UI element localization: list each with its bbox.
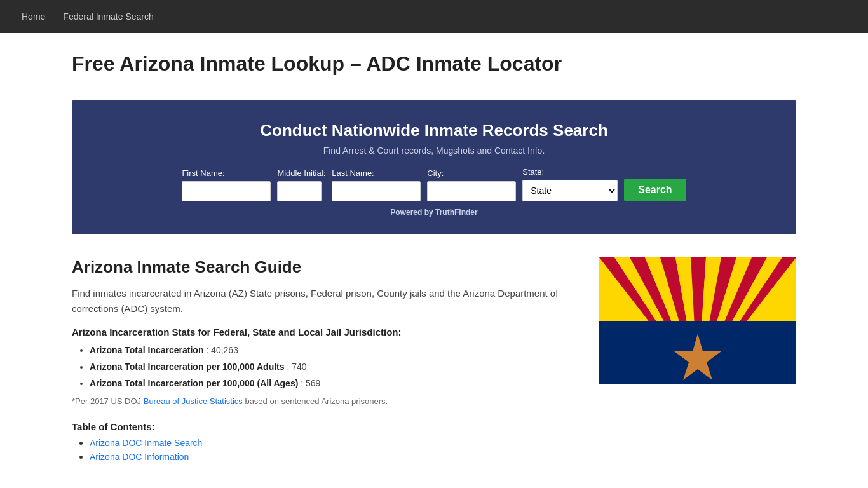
stats-title: Arizona Incarceration Stats for Federal,… xyxy=(72,327,580,337)
state-group: State: State Alabama Alaska Arizona Arka… xyxy=(522,167,618,201)
stat-item-2: Arizona Total Incarceration per 100,000 … xyxy=(90,360,580,374)
stat-value-2: : 740 xyxy=(287,362,306,372)
nav-federal-search[interactable]: Federal Inmate Search xyxy=(54,1,162,32)
flag-container xyxy=(599,257,796,384)
section-title: Arizona Inmate Search Guide xyxy=(72,257,580,277)
middle-initial-label: Middle Initial: xyxy=(277,168,325,178)
stat-label-1: Arizona Total Incarceration xyxy=(90,345,203,355)
banner-heading: Conduct Nationwide Inmate Records Search xyxy=(85,121,783,140)
state-select[interactable]: State Alabama Alaska Arizona Arkansas Ca… xyxy=(522,180,618,201)
navbar: Home Federal Inmate Search xyxy=(0,0,868,33)
arizona-flag xyxy=(599,257,796,384)
city-label: City: xyxy=(427,168,444,178)
source-note-suffix: based on sentenced Arizona prisoners. xyxy=(243,396,388,406)
city-input[interactable] xyxy=(427,181,516,201)
page-title: Free Arizona Inmate Lookup – ADC Inmate … xyxy=(72,52,796,85)
nav-home[interactable]: Home xyxy=(13,1,54,32)
toc-list: Arizona DOC Inmate Search Arizona DOC In… xyxy=(72,437,580,463)
toc-link-2[interactable]: Arizona DOC Information xyxy=(90,452,189,462)
state-label: State: xyxy=(522,167,544,177)
toc-link-1[interactable]: Arizona DOC Inmate Search xyxy=(90,438,202,448)
search-banner: Conduct Nationwide Inmate Records Search… xyxy=(72,100,796,234)
middle-initial-group: Middle Initial: xyxy=(277,168,325,201)
stat-item-3: Arizona Total Incarceration per 100,000 … xyxy=(90,377,580,390)
source-link[interactable]: Bureau of Justice Statistics xyxy=(144,396,243,406)
toc-item-2: Arizona DOC Information xyxy=(90,451,580,463)
stat-label-2: Arizona Total Incarceration per 100,000 … xyxy=(90,362,285,372)
search-button[interactable]: Search xyxy=(624,179,686,201)
main-content: Free Arizona Inmate Lookup – ADC Inmate … xyxy=(59,33,809,488)
city-group: City: xyxy=(427,168,516,201)
content-section: Arizona Inmate Search Guide Find inmates… xyxy=(72,257,796,465)
middle-initial-input[interactable] xyxy=(277,181,322,201)
stat-value-3: : 569 xyxy=(301,378,320,388)
last-name-label: Last Name: xyxy=(332,168,374,178)
search-form: First Name: Middle Initial: Last Name: C… xyxy=(85,167,783,201)
source-note: *Per 2017 US DOJ Bureau of Justice Stati… xyxy=(72,396,580,406)
source-note-prefix: *Per 2017 US DOJ xyxy=(72,396,144,406)
intro-text: Find inmates incarcerated in Arizona (AZ… xyxy=(72,286,580,316)
toc-title: Table of Contents: xyxy=(72,421,580,432)
stat-value-1: : 40,263 xyxy=(206,345,238,355)
stats-list: Arizona Total Incarceration : 40,263 Ari… xyxy=(72,344,580,390)
powered-by-row: Powered by TruthFinder xyxy=(85,201,783,217)
last-name-group: Last Name: xyxy=(332,168,421,201)
toc-item-1: Arizona DOC Inmate Search xyxy=(90,437,580,449)
first-name-label: First Name: xyxy=(182,168,224,178)
stat-label-3: Arizona Total Incarceration per 100,000 … xyxy=(90,378,298,388)
first-name-input[interactable] xyxy=(182,181,271,201)
first-name-group: First Name: xyxy=(182,168,271,201)
content-text: Arizona Inmate Search Guide Find inmates… xyxy=(72,257,580,465)
banner-subheading: Find Arrest & Court records, Mugshots an… xyxy=(85,146,783,156)
stat-item-1: Arizona Total Incarceration : 40,263 xyxy=(90,344,580,357)
last-name-input[interactable] xyxy=(332,181,421,201)
powered-by-text: Powered by TruthFinder xyxy=(390,208,477,217)
